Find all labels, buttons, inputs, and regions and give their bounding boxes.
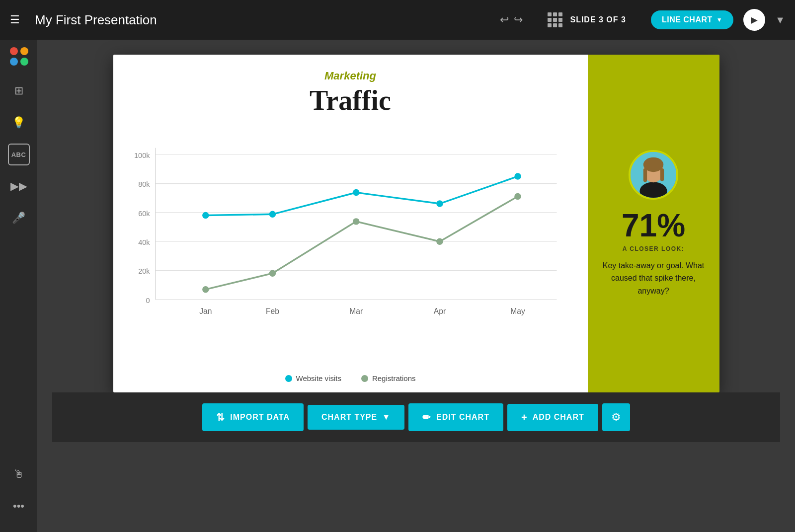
legend-dot-gray	[361, 375, 368, 382]
content-area: Marketing Traffic 100k 80k 60k 40k 20k 0	[37, 40, 795, 532]
chart-type-button[interactable]: LINE CHART ▼	[651, 10, 733, 29]
add-chart-button[interactable]: + ADD CHART	[507, 404, 598, 431]
grid-view-icon[interactable]	[548, 12, 562, 27]
import-data-button[interactable]: ⇅ IMPORT DATA	[202, 403, 304, 431]
svg-point-19	[269, 211, 275, 218]
bottom-toolbar: ⇅ IMPORT DATA CHART TYPE ▼ ✏ EDIT CHART …	[52, 392, 780, 442]
undo-redo-group: ↩ ↪	[500, 13, 523, 26]
svg-text:Apr: Apr	[433, 307, 445, 315]
svg-text:60k: 60k	[138, 210, 150, 218]
sidebar-item-text[interactable]: ABC	[8, 144, 30, 165]
slide-counter: SLIDE 3 OF 3	[570, 15, 626, 24]
chart-type-label: LINE CHART	[662, 15, 713, 24]
svg-text:May: May	[510, 307, 525, 315]
slide: Marketing Traffic 100k 80k 60k 40k 20k 0	[113, 55, 719, 392]
edit-icon: ✏	[422, 411, 431, 423]
side-description: Key take-away or goal. What caused that …	[598, 259, 710, 298]
legend-website-visits-label: Website visits	[296, 374, 341, 382]
svg-point-20	[352, 189, 359, 196]
svg-text:Feb: Feb	[265, 307, 279, 315]
avatar	[629, 150, 678, 200]
svg-text:20k: 20k	[138, 267, 150, 275]
more-options-chevron[interactable]: ▼	[775, 14, 785, 26]
svg-point-18	[202, 212, 209, 219]
svg-point-26	[436, 238, 443, 245]
svg-rect-32	[643, 168, 647, 182]
svg-text:0: 0	[146, 297, 150, 304]
chart-legend: Website visits Registrations	[133, 374, 568, 382]
chart-type-label-bottom: CHART TYPE	[321, 413, 377, 422]
side-closer-look: A CLOSER LOOK:	[623, 245, 685, 252]
app-logo	[10, 47, 28, 65]
presentation-title: My First Presentation	[35, 12, 490, 28]
sidebar-item-more[interactable]: •••	[8, 495, 30, 517]
slide-nav: SLIDE 3 OF 3	[548, 12, 626, 27]
svg-point-24	[269, 270, 275, 276]
slide-side-panel: 71% A CLOSER LOOK: Key take-away or goal…	[588, 55, 719, 392]
svg-text:80k: 80k	[138, 180, 150, 188]
chart-type-button-bottom[interactable]: CHART TYPE ▼	[308, 405, 404, 430]
topbar: ☰ My First Presentation ↩ ↪ SLIDE 3 OF 3…	[0, 0, 795, 40]
settings-button[interactable]: ⚙	[602, 403, 630, 431]
line-chart-svg: 100k 80k 60k 40k 20k 0	[133, 121, 568, 364]
legend-registrations: Registrations	[361, 374, 416, 382]
add-chart-label: ADD CHART	[533, 413, 584, 422]
sidebar-item-layout[interactable]: ⊞	[8, 80, 30, 102]
avatar-image	[631, 152, 676, 198]
chart-area: 100k 80k 60k 40k 20k 0	[133, 121, 568, 369]
svg-point-21	[436, 200, 443, 207]
slide-main: Marketing Traffic 100k 80k 60k 40k 20k 0	[113, 55, 588, 392]
edit-chart-button[interactable]: ✏ EDIT CHART	[408, 403, 503, 431]
sidebar-bottom: 🖱 •••	[8, 463, 30, 525]
sidebar: ⊞ 💡 ABC ▶▶ 🎤 🖱 •••	[0, 40, 37, 532]
legend-dot-blue	[285, 375, 292, 382]
svg-point-25	[352, 218, 359, 225]
edit-chart-label: EDIT CHART	[436, 413, 489, 422]
sidebar-item-mouse[interactable]: 🖱	[8, 463, 30, 485]
add-icon: +	[521, 412, 528, 423]
slide-title: Traffic	[133, 84, 568, 116]
svg-point-22	[514, 173, 521, 179]
legend-registrations-label: Registrations	[372, 374, 416, 382]
chevron-down-icon: ▼	[716, 16, 722, 23]
main-area: ⊞ 💡 ABC ▶▶ 🎤 🖱 ••• Marketing Traffic 100…	[0, 40, 795, 532]
import-data-label: IMPORT DATA	[230, 413, 290, 422]
menu-icon[interactable]: ☰	[10, 13, 20, 26]
slide-subtitle: Marketing	[133, 70, 568, 82]
redo-button[interactable]: ↪	[514, 13, 523, 26]
svg-rect-33	[660, 168, 664, 181]
svg-text:40k: 40k	[138, 238, 150, 246]
import-icon: ⇅	[216, 411, 225, 423]
side-percent: 71%	[622, 210, 685, 241]
svg-point-27	[514, 193, 521, 200]
play-button[interactable]: ▶	[743, 9, 765, 31]
undo-button[interactable]: ↩	[500, 13, 509, 26]
svg-text:Mar: Mar	[349, 307, 363, 315]
legend-website-visits: Website visits	[285, 374, 341, 382]
chart-type-chevron-icon: ▼	[382, 413, 391, 422]
sidebar-item-media[interactable]: ▶▶	[8, 175, 30, 197]
svg-text:Jan: Jan	[199, 307, 212, 315]
settings-icon: ⚙	[611, 411, 621, 424]
sidebar-item-ideas[interactable]: 💡	[8, 112, 30, 134]
sidebar-item-audio[interactable]: 🎤	[8, 207, 30, 229]
svg-text:100k: 100k	[134, 152, 150, 159]
svg-point-23	[202, 286, 209, 293]
